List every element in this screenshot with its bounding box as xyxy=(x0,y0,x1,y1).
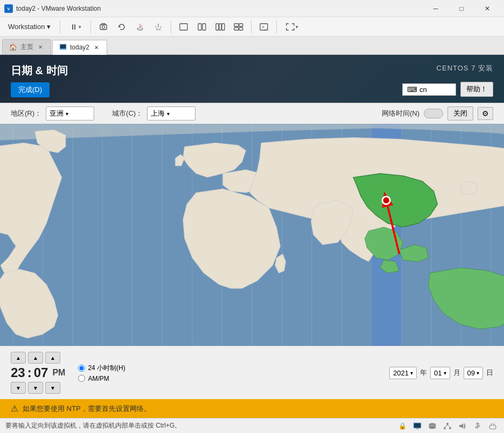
layout-1-button[interactable] xyxy=(176,19,192,34)
done-button[interactable]: 完成(D) xyxy=(11,82,50,97)
second-up-button[interactable]: ▲ xyxy=(45,352,60,364)
home-tab-close[interactable]: ✕ xyxy=(37,44,44,51)
layout-2-button[interactable] xyxy=(194,19,210,34)
pause-icon: ⏸ xyxy=(70,23,78,31)
second-down-button[interactable]: ▼ xyxy=(45,382,60,394)
city-chevron: ▾ xyxy=(167,111,170,117)
minute-up-button[interactable]: ▲ xyxy=(28,352,43,364)
status-vm-button[interactable] xyxy=(411,420,423,432)
status-bar-right: 🔒 xyxy=(396,420,499,432)
svg-rect-49 xyxy=(416,428,419,429)
home-tab-label: 主页 xyxy=(20,42,33,52)
fullscreen-arrow: ▾ xyxy=(296,24,298,30)
month-select[interactable]: 01 ▾ xyxy=(430,367,450,379)
minute-down-button[interactable]: ▼ xyxy=(28,382,43,394)
layout-4-button[interactable] xyxy=(230,19,247,34)
time-format-group: 24 小时制(H) AM/PM xyxy=(78,364,125,382)
vm-content: 日期 & 时间 完成(D) CENTOS 7 安装 ⌨ cn 帮助！ 地区(R)… xyxy=(0,55,504,418)
svg-rect-60 xyxy=(478,425,480,427)
year-unit: 年 xyxy=(420,368,427,378)
gear-button[interactable]: ⚙ xyxy=(478,107,493,120)
window-controls: ─ □ ✕ xyxy=(423,0,500,17)
status-disk-button[interactable] xyxy=(426,420,438,432)
minimize-button[interactable]: ─ xyxy=(423,0,448,17)
today2-tab-label: today2 xyxy=(70,44,89,51)
pause-button[interactable]: ⏸ ▾ xyxy=(65,19,86,34)
status-power-button[interactable] xyxy=(487,420,499,432)
close-network-button[interactable]: 关闭 xyxy=(447,107,473,120)
status-network-button[interactable] xyxy=(442,420,453,432)
time-ampm: PM xyxy=(52,368,65,378)
time-display-row: 23 : 07 PM xyxy=(11,365,65,380)
format-24h-radio[interactable] xyxy=(78,365,85,372)
terminal-button[interactable]: >_ xyxy=(256,19,272,34)
svg-rect-6 xyxy=(198,24,201,30)
hour-up-button[interactable]: ▲ xyxy=(11,352,26,364)
snapshot-button[interactable] xyxy=(95,19,111,34)
warning-text: 如果您要使用 NTP，需要首先设置网络。 xyxy=(23,404,151,414)
workstation-menu[interactable]: Workstation ▾ xyxy=(3,19,55,34)
fullscreen-button[interactable]: ▾ xyxy=(281,19,303,34)
installer-top-right: CENTOS 7 安装 ⌨ cn 帮助！ xyxy=(402,63,493,97)
hour-down-button[interactable]: ▼ xyxy=(11,382,26,394)
workstation-label: Workstation xyxy=(8,23,45,31)
workstation-arrow: ▾ xyxy=(47,23,51,31)
svg-line-55 xyxy=(445,425,447,427)
maximize-button[interactable]: □ xyxy=(449,0,474,17)
spinner-up-row: ▲ ▲ ▲ xyxy=(11,352,65,364)
svg-rect-2 xyxy=(100,25,107,30)
app-icon: V xyxy=(4,4,13,13)
time-controls: ▲ ▲ ▲ 23 : 07 PM ▼ ▼ ▼ xyxy=(0,346,504,399)
time-spinner-group: ▲ ▲ ▲ 23 : 07 PM ▼ ▼ ▼ xyxy=(11,352,65,394)
svg-point-54 xyxy=(449,427,451,429)
toolbar-separator-5 xyxy=(276,20,277,33)
menu-bar: Workstation ▾ ⏸ ▾ xyxy=(0,17,504,37)
status-lock-button[interactable]: 🔒 xyxy=(396,420,408,432)
svg-rect-14 xyxy=(239,27,243,30)
region-bar: 地区(R)： 亚洲 ▾ 城市(C)： 上海 ▾ 网络时间(N) 关闭 ⚙ xyxy=(0,103,504,124)
year-value: 2021 xyxy=(393,369,409,377)
svg-rect-12 xyxy=(239,24,243,26)
keyboard-input[interactable]: ⌨ cn xyxy=(402,83,456,96)
region-label: 地区(R)： xyxy=(11,109,41,118)
status-sound-button[interactable] xyxy=(457,420,468,432)
revert-button[interactable] xyxy=(114,19,130,34)
svg-point-53 xyxy=(444,427,446,429)
city-value: 上海 xyxy=(151,109,165,118)
region-value: 亚洲 xyxy=(50,109,64,118)
format-ampm-option[interactable]: AM/PM xyxy=(78,375,125,382)
day-unit: 日 xyxy=(486,368,493,378)
status-usb-button[interactable] xyxy=(472,420,484,432)
share-button[interactable] xyxy=(150,19,166,34)
installer-title: 日期 & 时间 xyxy=(11,63,68,78)
svg-point-4 xyxy=(137,27,143,29)
format-24h-option[interactable]: 24 小时制(H) xyxy=(78,364,125,373)
time-hours: 23 xyxy=(11,365,25,380)
map-container[interactable] xyxy=(0,124,504,346)
svg-point-3 xyxy=(102,26,105,29)
time-separator: : xyxy=(27,365,32,380)
city-label: 城市(C)： xyxy=(112,109,143,118)
svg-rect-9 xyxy=(219,24,221,30)
spinner-down-row: ▼ ▼ ▼ xyxy=(11,382,65,394)
year-select[interactable]: 2021 ▾ xyxy=(389,367,417,379)
tab-today2[interactable]: today2 ✕ xyxy=(52,40,107,55)
format-ampm-radio[interactable] xyxy=(78,375,85,382)
layout-3-button[interactable] xyxy=(212,19,228,34)
today2-tab-close[interactable]: ✕ xyxy=(93,44,100,51)
help-button[interactable]: 帮助！ xyxy=(460,82,493,97)
toolbar-separator-1 xyxy=(60,20,60,33)
day-select[interactable]: 09 ▾ xyxy=(464,367,483,379)
centos-label: CENTOS 7 安装 xyxy=(437,63,493,73)
close-button[interactable]: ✕ xyxy=(475,0,500,17)
region-select[interactable]: 亚洲 ▾ xyxy=(46,107,94,120)
month-unit: 月 xyxy=(453,368,460,378)
city-select[interactable]: 上海 ▾ xyxy=(147,107,195,120)
svg-point-52 xyxy=(446,423,449,425)
tab-home[interactable]: 🏠 主页 ✕ xyxy=(2,39,51,54)
warning-bar: ⚠ 如果您要使用 NTP，需要首先设置网络。 xyxy=(0,399,504,418)
suspend-button[interactable] xyxy=(132,19,148,34)
svg-rect-48 xyxy=(414,423,421,428)
network-toggle[interactable] xyxy=(424,109,443,118)
keyboard-icon: ⌨ xyxy=(407,86,417,94)
